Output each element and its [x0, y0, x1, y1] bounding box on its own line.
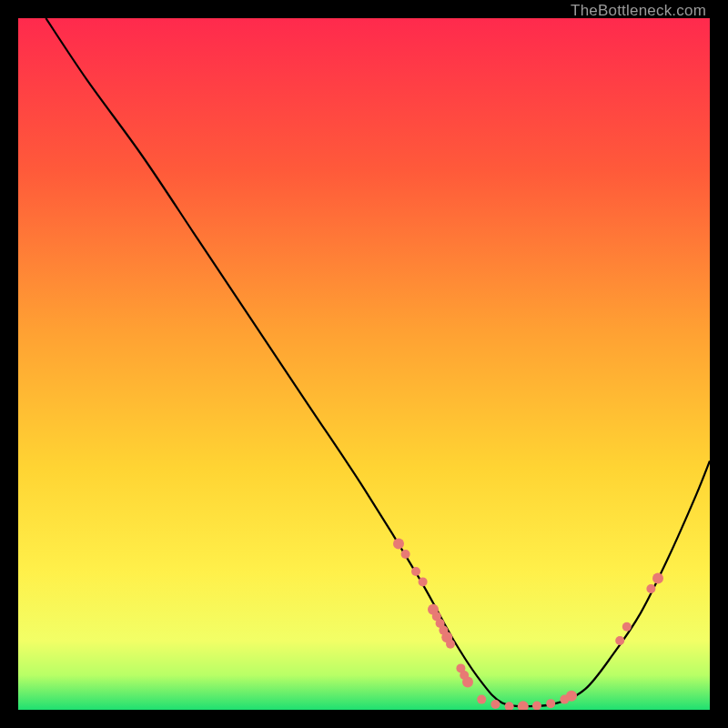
- marker-dot: [646, 584, 655, 593]
- marker-dot: [652, 573, 663, 584]
- marker-dot: [393, 539, 404, 550]
- marker-dot: [532, 701, 541, 710]
- marker-dot: [446, 640, 455, 649]
- marker-dot: [546, 699, 555, 708]
- marker-dot: [477, 695, 486, 704]
- marker-dot: [622, 622, 632, 632]
- marker-dot: [411, 567, 420, 576]
- marker-dot: [566, 691, 577, 702]
- marker-dot: [401, 550, 410, 559]
- marker-dot: [615, 636, 624, 645]
- marker-dot: [419, 577, 428, 586]
- chart-frame: [18, 18, 710, 710]
- watermark-text: TheBottleneck.com: [571, 2, 706, 20]
- marker-dot: [490, 700, 500, 709]
- bottleneck-chart: [18, 18, 710, 710]
- marker-dot: [462, 677, 473, 688]
- chart-background-gradient: [18, 18, 710, 710]
